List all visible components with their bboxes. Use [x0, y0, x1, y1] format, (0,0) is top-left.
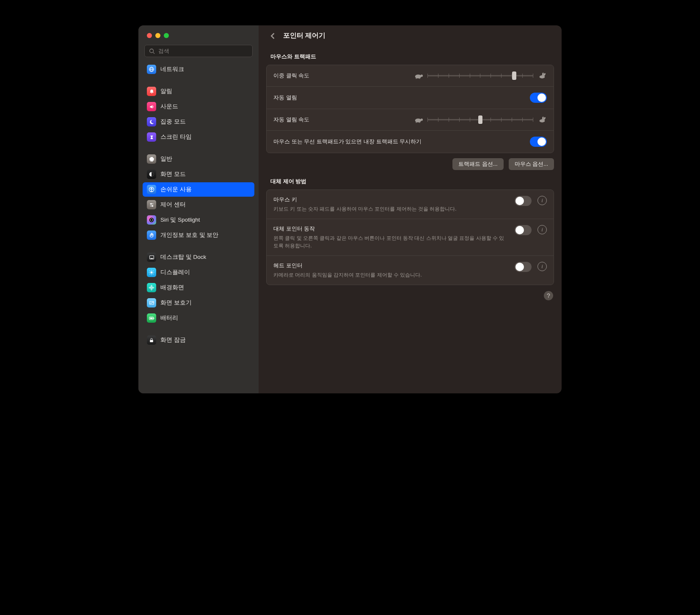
turtle-icon — [414, 116, 423, 124]
double-click-speed-control — [322, 71, 547, 80]
lock-icon — [147, 335, 156, 345]
moon-icon — [147, 117, 156, 126]
sidebar-item[interactable]: 화면 보호기 — [143, 296, 254, 310]
info-button[interactable]: i — [537, 196, 547, 205]
search-box[interactable] — [144, 45, 253, 57]
spring-loading-speed-label: 자동 열림 속도 — [273, 116, 316, 124]
back-button[interactable] — [269, 32, 277, 40]
svg-point-0 — [150, 49, 154, 52]
sidebar-spacer — [143, 325, 254, 333]
gear-icon — [147, 154, 156, 164]
svg-rect-33 — [153, 317, 154, 318]
sidebar-item-label: 제어 센터 — [160, 201, 186, 209]
double-click-speed-label: 이중 클릭 속도 — [273, 72, 316, 80]
sidebar-item-label: 화면 모드 — [160, 170, 186, 178]
sidebar-item-label: 알림 — [160, 88, 172, 95]
sidebar-item[interactable]: 손쉬운 사용 — [143, 182, 254, 197]
sidebar-item[interactable]: 디스플레이 — [143, 265, 254, 280]
alt-control-text: 마우스 키키보드 키 또는 숫자 패드를 사용하여 마우스 포인터를 제어하는 … — [273, 196, 509, 213]
svg-line-24 — [153, 271, 153, 271]
alt-control-toggle[interactable] — [515, 262, 532, 272]
alt-control-description: 키보드 키 또는 숫자 패드를 사용하여 마우스 포인터를 제어하는 것을 허용… — [273, 205, 509, 213]
search-input[interactable] — [158, 48, 248, 54]
alt-control-text: 헤드 포인터카메라로 머리의 움직임을 감지하여 포인터를 제어할 수 있습니다… — [273, 262, 509, 279]
svg-point-9 — [150, 203, 151, 204]
svg-point-43 — [421, 118, 423, 121]
info-button[interactable]: i — [537, 225, 547, 234]
bell-icon — [147, 87, 156, 96]
sidebar-item-label: 개인정보 보호 및 보안 — [160, 231, 218, 239]
sidebar-item[interactable]: 화면 모드 — [143, 167, 254, 181]
alt-control-toggle[interactable] — [515, 225, 532, 235]
sidebar-spacer — [143, 242, 254, 250]
svg-point-36 — [421, 74, 423, 77]
alt-control-description: 왼쪽 클릭 및 오른쪽 클릭과 같은 마우스 버튼이나 포인터 동작 대신 스위… — [273, 234, 509, 250]
alt-control-row: 헤드 포인터카메라로 머리의 움직임을 감지하여 포인터를 제어할 수 있습니다… — [267, 256, 554, 285]
flower-icon — [147, 283, 156, 292]
sidebar-item-label: 스크린 타임 — [160, 133, 192, 141]
sidebar-item-label: 집중 모드 — [160, 118, 186, 126]
turtle-icon — [414, 72, 423, 80]
sidebar-item-label: 사운드 — [160, 103, 178, 110]
alt-control-toggle[interactable] — [515, 196, 532, 206]
maximize-button[interactable] — [164, 33, 169, 38]
svg-line-1 — [153, 52, 155, 54]
svg-rect-32 — [150, 317, 153, 318]
sidebar-item-label: 배터리 — [160, 314, 178, 322]
sidebar-item[interactable]: 개인정보 보호 및 보안 — [143, 228, 254, 242]
svg-rect-15 — [150, 258, 153, 259]
svg-point-7 — [151, 188, 152, 189]
screensaver-icon — [147, 298, 156, 308]
appearance-icon — [147, 170, 156, 179]
spring-loading-toggle[interactable] — [530, 93, 547, 103]
trackpad-options-button[interactable]: 트랙패드 옵션... — [452, 158, 503, 170]
section-title-alt-control: 대체 제어 방법 — [259, 170, 562, 189]
header: 포인터 제어기 — [259, 25, 562, 45]
ignore-builtin-trackpad-toggle[interactable] — [530, 137, 547, 147]
sidebar-item[interactable]: 배터리 — [143, 311, 254, 325]
search-container — [138, 45, 259, 62]
sidebar-list: 네트워크알림사운드집중 모드스크린 타임일반화면 모드손쉬운 사용제어 센터Si… — [138, 62, 259, 352]
sidebar-item[interactable]: Siri 및 Spotlight — [143, 213, 254, 227]
info-button[interactable]: i — [537, 262, 547, 271]
sidebar-item[interactable]: 배경화면 — [143, 280, 254, 295]
globe-icon — [147, 65, 156, 74]
spring-loading-speed-slider[interactable] — [414, 115, 547, 124]
rabbit-icon — [537, 72, 547, 80]
svg-line-23 — [150, 274, 150, 274]
mouse-options-button[interactable]: 마우스 옵션... — [509, 158, 554, 170]
ignore-builtin-trackpad-label: 마우스 또는 무선 트랙패드가 있으면 내장 트랙패드 무시하기 — [273, 138, 523, 146]
sidebar-item[interactable]: 제어 센터 — [143, 198, 254, 212]
sidebar-spacer — [143, 77, 254, 84]
sidebar-item[interactable]: 집중 모드 — [143, 115, 254, 129]
sidebar-item[interactable]: 일반 — [143, 152, 254, 166]
hand-icon — [147, 231, 156, 240]
sidebar-item-label: 화면 잠금 — [160, 336, 186, 344]
sidebar: 네트워크알림사운드집중 모드스크린 타임일반화면 모드손쉬운 사용제어 센터Si… — [138, 25, 259, 393]
alt-control-title: 마우스 키 — [273, 196, 509, 203]
sun-icon — [147, 268, 156, 277]
sidebar-item-label: 데스크탑 및 Dock — [160, 253, 206, 261]
alt-control-description: 카메라로 머리의 움직임을 감지하여 포인터를 제어할 수 있습니다. — [273, 271, 509, 279]
sidebar-item[interactable]: 네트워크 — [143, 62, 254, 77]
sidebar-item[interactable]: 데스크탑 및 Dock — [143, 250, 254, 264]
sidebar-item[interactable]: 사운드 — [143, 99, 254, 114]
spring-loading-row: 자동 열림 — [267, 87, 554, 109]
alt-control-row: 대체 포인터 동작왼쪽 클릭 및 오른쪽 클릭과 같은 마우스 버튼이나 포인터… — [267, 219, 554, 256]
siri-icon — [147, 215, 156, 225]
svg-rect-37 — [416, 78, 417, 79]
double-click-speed-slider[interactable] — [414, 71, 547, 80]
sidebar-item[interactable]: 알림 — [143, 84, 254, 99]
accessibility-icon — [147, 185, 156, 194]
sidebar-item-label: 네트워크 — [160, 66, 184, 73]
minimize-button[interactable] — [155, 33, 160, 38]
svg-point-12 — [149, 218, 154, 222]
sidebar-item-label: 배경화면 — [160, 284, 184, 291]
settings-window: 네트워크알림사운드집중 모드스크린 타임일반화면 모드손쉬운 사용제어 센터Si… — [138, 25, 562, 393]
close-button[interactable] — [147, 33, 152, 38]
help-button[interactable]: ? — [544, 291, 553, 300]
page-title: 포인터 제어기 — [283, 31, 325, 40]
sidebar-item[interactable]: 스크린 타임 — [143, 130, 254, 144]
ignore-builtin-trackpad-row: 마우스 또는 무선 트랙패드가 있으면 내장 트랙패드 무시하기 — [267, 131, 554, 153]
sidebar-item[interactable]: 화면 잠금 — [143, 333, 254, 347]
